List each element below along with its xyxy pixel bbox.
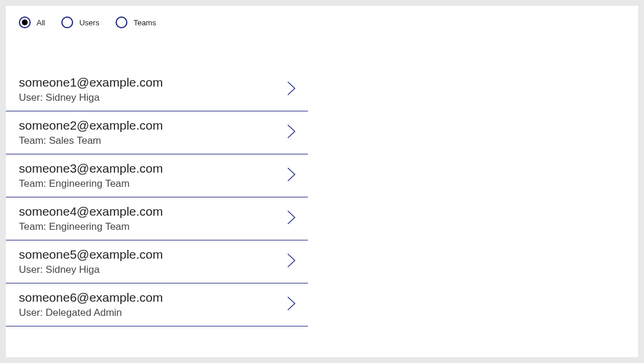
list-item-email: someone5@example.com [19, 248, 163, 262]
radio-icon [61, 16, 73, 28]
radio-icon [116, 16, 127, 28]
radio-option-all[interactable]: All [19, 16, 45, 28]
list-item[interactable]: someone2@example.com Team: Sales Team [6, 111, 308, 154]
list-item-text: someone1@example.com User: Sidney Higa [19, 75, 163, 104]
list-item-email: someone4@example.com [19, 204, 163, 219]
list-item-email: someone6@example.com [19, 291, 163, 305]
list-item-text: someone3@example.com Team: Engineering T… [19, 161, 163, 190]
radio-option-users[interactable]: Users [61, 16, 99, 28]
list-item-subtitle: Team: Engineering Team [19, 221, 163, 233]
radio-icon [19, 16, 31, 28]
list-item[interactable]: someone6@example.com User: Delegated Adm… [6, 283, 308, 326]
list-item-subtitle: User: Delegated Admin [19, 307, 163, 319]
chevron-right-icon [285, 80, 297, 100]
chevron-right-icon [285, 295, 297, 315]
list-item[interactable] [6, 326, 308, 357]
radio-label-all: All [37, 18, 45, 27]
chevron-right-icon [285, 209, 297, 229]
main-panel: All Users Teams someone1@example.com Use… [6, 6, 638, 357]
list-item-subtitle: Team: Sales Team [19, 135, 163, 147]
list-item-email: someone1@example.com [19, 75, 163, 90]
radio-option-teams[interactable]: Teams [116, 16, 156, 28]
filter-bar: All Users Teams [6, 6, 638, 34]
chevron-right-icon [285, 123, 297, 143]
list-item-email: someone2@example.com [19, 118, 163, 133]
list-item-text: someone2@example.com Team: Sales Team [19, 118, 163, 147]
radio-label-teams: Teams [133, 18, 156, 27]
chevron-right-icon [285, 252, 297, 272]
list-item-subtitle: User: Sidney Higa [19, 92, 163, 104]
list-item[interactable]: someone5@example.com User: Sidney Higa [6, 240, 308, 283]
results-list[interactable]: someone1@example.com User: Sidney Higa s… [6, 68, 308, 357]
list-item-text: someone5@example.com User: Sidney Higa [19, 248, 163, 276]
list-item[interactable]: someone1@example.com User: Sidney Higa [6, 68, 308, 111]
list-item-text: someone4@example.com Team: Engineering T… [19, 204, 163, 233]
list-item-email: someone3@example.com [19, 161, 163, 176]
list-item-subtitle: Team: Engineering Team [19, 178, 163, 190]
list-item-text: someone6@example.com User: Delegated Adm… [19, 291, 163, 319]
chevron-right-icon [285, 166, 297, 186]
radio-label-users: Users [79, 18, 99, 27]
list-item[interactable]: someone4@example.com Team: Engineering T… [6, 197, 308, 240]
list-item-subtitle: User: Sidney Higa [19, 264, 163, 276]
list-item[interactable]: someone3@example.com Team: Engineering T… [6, 154, 308, 197]
